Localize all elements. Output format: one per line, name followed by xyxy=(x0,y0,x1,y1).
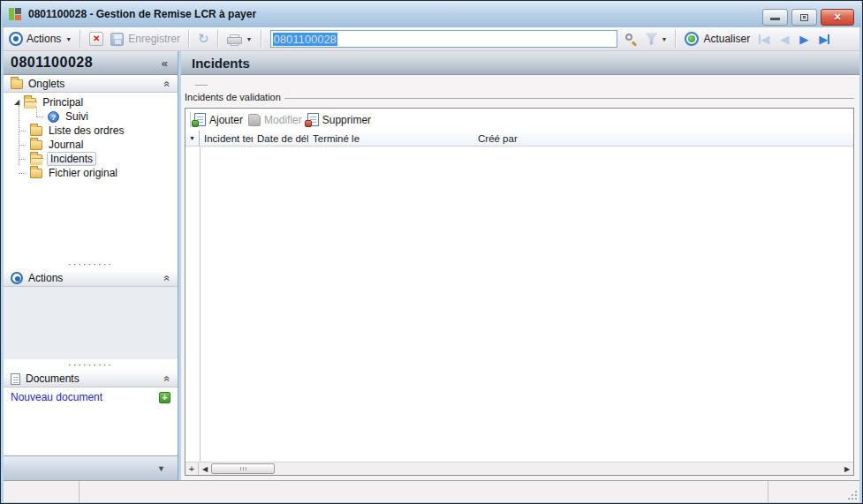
row-selector-divider xyxy=(200,147,201,462)
tree-item-label: Incidents xyxy=(47,152,96,166)
sidebar-bottom-panel-button[interactable]: ▼ xyxy=(4,455,178,480)
resize-grip[interactable] xyxy=(848,491,857,500)
scroll-left-button[interactable]: ◀ xyxy=(199,463,211,475)
close-button[interactable]: ✕ xyxy=(821,9,854,26)
folder-icon xyxy=(30,126,42,136)
filter-dropdown-button[interactable]: ▼ xyxy=(658,36,671,42)
grid-add-row-button[interactable]: + xyxy=(185,463,199,475)
tree-item-fichier-original[interactable]: Fichier original xyxy=(4,166,178,180)
actions-section-body xyxy=(4,287,178,359)
edit-label: Modifier xyxy=(264,114,302,126)
tabs-tree: ◢ Principal ? Suivi Liste des ordres Jou… xyxy=(4,93,178,259)
tree-item-principal[interactable]: ◢ Principal xyxy=(4,95,178,109)
app-window: 0801100028 - Gestion de Remise LCR à pay… xyxy=(0,0,863,504)
groupbox-line xyxy=(284,98,854,99)
scrollbar-track[interactable] xyxy=(275,463,841,475)
tree-item-incidents[interactable]: Incidents xyxy=(4,152,178,166)
minimize-button[interactable] xyxy=(762,9,788,26)
chevron-up-icon: « xyxy=(163,81,172,87)
tree-item-suivi[interactable]: ? Suivi xyxy=(4,109,178,124)
toolbar-separator xyxy=(261,30,262,48)
status-cell-right xyxy=(768,481,859,502)
scrollbar-thumb[interactable] xyxy=(211,463,275,474)
tree-item-label: Suivi xyxy=(64,110,90,123)
edit-document-icon xyxy=(248,114,261,126)
column-header-date-de-debut[interactable]: Date de début xyxy=(253,133,308,144)
section-header-onglets[interactable]: Onglets « xyxy=(4,75,178,93)
record-id: 0801100028 xyxy=(11,55,159,71)
folder-icon xyxy=(30,169,42,178)
documents-section-label: Documents xyxy=(26,372,159,385)
plus-badge xyxy=(192,120,199,127)
print-button[interactable]: ▼ xyxy=(223,33,256,46)
onglets-label: Onglets xyxy=(28,78,159,90)
tree-connector xyxy=(19,159,26,160)
column-header-cree-par[interactable]: Créé par xyxy=(473,133,853,144)
tree-item-label: Principal xyxy=(41,96,85,109)
print-dropdown-icon: ▼ xyxy=(246,36,253,42)
section-header-actions[interactable]: Actions « xyxy=(4,269,178,287)
splitter-grip[interactable] xyxy=(195,85,208,87)
actualiser-button[interactable]: Actualiser xyxy=(681,32,753,46)
search-icon[interactable] xyxy=(625,33,637,45)
delete-incident-button[interactable]: Supprimer xyxy=(307,113,371,126)
save-button[interactable]: Enregistrer xyxy=(107,33,184,46)
column-header-termine-le[interactable]: Terminé le xyxy=(308,133,473,144)
toolbar-separator xyxy=(675,30,677,48)
main-area: Incidents Incidents de validation Ajoute… xyxy=(181,51,859,480)
nav-next-button[interactable]: ▶ xyxy=(794,33,814,46)
sidebar-collapse-button[interactable]: « xyxy=(159,56,170,70)
actions-menu-button[interactable]: Actions ▼ xyxy=(23,33,75,45)
main-body: Incidents de validation Ajouter Modifier xyxy=(181,75,859,480)
nav-first-button[interactable]: ◀ xyxy=(753,33,775,46)
nav-last-icon: ▶ xyxy=(819,33,828,46)
open-folder-icon xyxy=(24,98,36,108)
edit-incident-button[interactable]: Modifier xyxy=(248,114,302,126)
restore-button[interactable] xyxy=(791,9,817,26)
filter-icon[interactable] xyxy=(646,34,658,45)
toolbar-separator xyxy=(188,30,190,48)
actions-dropdown-icon: ▼ xyxy=(65,36,72,42)
delete-button[interactable]: ✕ xyxy=(86,32,107,46)
folder-icon xyxy=(30,140,42,150)
folder-icon xyxy=(11,79,23,89)
section-header-documents[interactable]: Documents « xyxy=(4,370,178,387)
nav-previous-button[interactable]: ◀ xyxy=(775,33,794,46)
new-document-link[interactable]: Nouveau document xyxy=(11,391,159,403)
actualiser-icon xyxy=(685,32,699,46)
document-icon xyxy=(11,373,20,385)
add-label: Ajouter xyxy=(209,114,243,126)
status-cell-main xyxy=(79,481,768,502)
tree-expand-icon[interactable]: ◢ xyxy=(14,99,19,106)
tree-connector xyxy=(19,173,26,174)
nav-last-button[interactable]: ▶ xyxy=(814,33,835,46)
tree-item-journal[interactable]: Journal xyxy=(4,138,178,152)
sidebar-splitter[interactable]: ········· xyxy=(4,359,178,370)
search-input[interactable]: 0801100028 xyxy=(270,30,617,48)
main-toolbar: Actions ▼ ✕ Enregistrer ↻ ▼ 0801100028 ▼ xyxy=(4,27,859,51)
sidebar: 0801100028 « Onglets « ◢ Principal ? Sui… xyxy=(4,51,178,480)
column-header-incident-termine[interactable]: Incident terminé xyxy=(200,133,253,144)
actions-section-icon xyxy=(11,272,23,284)
scroll-right-button[interactable]: ▶ xyxy=(841,463,853,475)
status-bar xyxy=(4,480,859,502)
grid-body[interactable] xyxy=(185,147,853,462)
new-document-row: Nouveau document + xyxy=(4,387,178,407)
delete-label: Supprimer xyxy=(322,114,371,126)
grid-header-row: ▼ Incident terminé Date de début Terminé… xyxy=(185,131,853,147)
toolbar-separator xyxy=(79,30,81,48)
tree-connector xyxy=(36,117,43,117)
page-title: Incidents xyxy=(192,56,250,71)
delete-document-icon xyxy=(307,113,319,126)
sidebar-filler xyxy=(4,407,178,455)
sidebar-splitter[interactable]: ········· xyxy=(4,259,178,269)
open-folder-icon xyxy=(30,154,42,164)
actions-section-label: Actions xyxy=(28,272,159,284)
chevron-down-icon: ▼ xyxy=(157,464,165,473)
help-icon: ? xyxy=(48,111,59,123)
refresh-record-button[interactable]: ↻ xyxy=(194,32,213,46)
add-incident-button[interactable]: Ajouter xyxy=(194,113,243,126)
add-document-button[interactable]: + xyxy=(159,392,170,403)
grid-filter-button[interactable]: ▼ xyxy=(185,131,200,146)
tree-item-liste-des-ordres[interactable]: Liste des ordres xyxy=(4,124,178,138)
